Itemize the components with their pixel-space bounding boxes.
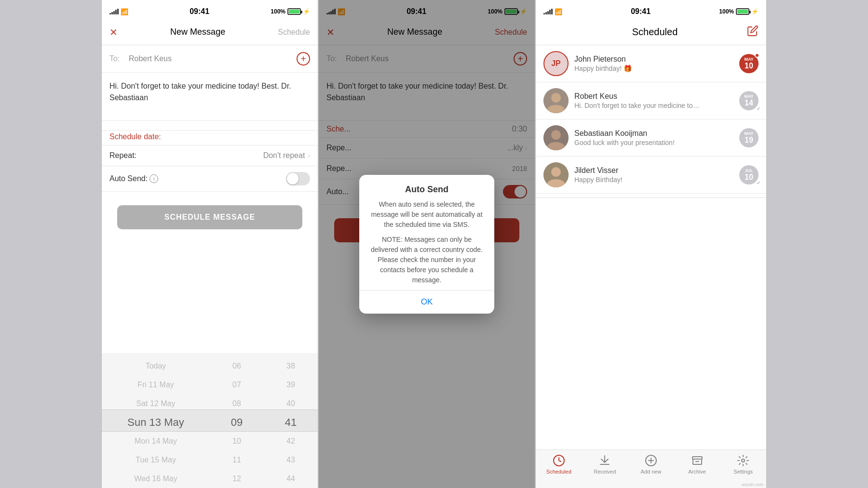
svg-point-5 xyxy=(551,167,561,177)
tab-scheduled[interactable]: Scheduled xyxy=(536,454,582,475)
picker-hour-06[interactable]: 06 xyxy=(210,357,264,376)
phone-2: 📶 09:41 100% ⚡ ✕ New Message Schedule To… xyxy=(318,0,535,488)
picker-dates-col[interactable]: Today Fri 11 May Sat 12 May Sun 13 May M… xyxy=(102,353,210,488)
contact-item-jildert[interactable]: Jildert Visser Happy Birthday! JUL 10 ✓ xyxy=(536,157,766,194)
schedule-date-row-1: Schedule date: xyxy=(102,131,318,145)
tab-received[interactable]: Received xyxy=(582,454,628,475)
repeat-value-area-1[interactable]: Don't repeat › xyxy=(263,151,310,160)
to-field-row-1: To: Robert Keus + xyxy=(102,45,318,73)
contact-msg-john: Happy birthday! 🎁 xyxy=(574,65,700,72)
picker-hour-07[interactable]: 07 xyxy=(210,376,264,395)
picker-date-mon[interactable]: Mon 14 May xyxy=(102,432,210,450)
tab-add-new-icon xyxy=(644,454,658,467)
contact-msg-sebastiaan: Good luck with your presentation! xyxy=(574,139,700,146)
add-contact-button-1[interactable]: + xyxy=(297,52,310,66)
picker-hour-11[interactable]: 11 xyxy=(210,450,264,469)
picker-min-43[interactable]: 43 xyxy=(264,450,318,469)
contact-msg-robert: Hi. Don't forget to take your medicine t… xyxy=(574,102,700,109)
battery-area-1: 100% ⚡ xyxy=(271,8,310,15)
auto-send-row-1: Auto Send: i xyxy=(102,166,318,192)
picker-date-fri[interactable]: Fri 11 May xyxy=(102,376,210,395)
picker-hour-08[interactable]: 08 xyxy=(210,395,264,413)
edit-button[interactable] xyxy=(747,25,759,40)
date-badge-john: MAY 10 xyxy=(739,54,759,73)
contact-item-sebastiaan[interactable]: Sebastiaan Kooijman Good luck with your … xyxy=(536,119,766,157)
tab-add-new-label: Add new xyxy=(641,469,662,475)
avatar-img-robert xyxy=(543,88,569,113)
to-label-1: To: xyxy=(109,54,125,63)
close-button-1[interactable]: ✕ xyxy=(109,26,118,38)
picker-hour-12[interactable]: 12 xyxy=(210,469,264,488)
auto-send-toggle-1[interactable] xyxy=(286,172,310,185)
picker-min-39[interactable]: 39 xyxy=(264,376,318,395)
picker-min-41[interactable]: 41 xyxy=(264,413,318,432)
tab-add-new[interactable]: Add new xyxy=(628,454,674,475)
picker-min-38[interactable]: 38 xyxy=(264,357,318,376)
badge-day-john: 10 xyxy=(745,62,753,70)
status-time-3: 09:41 xyxy=(562,7,719,16)
repeat-row-1: Repeat: Don't repeat › xyxy=(102,145,318,166)
repeat-label-1: Repeat: xyxy=(109,151,136,160)
status-time-1: 09:41 xyxy=(128,7,271,16)
contact-list: JP John Pieterson Happy birthday! 🎁 MAY … xyxy=(536,45,766,198)
avatar-jildert xyxy=(543,162,569,187)
avatar-img-jildert xyxy=(543,162,569,187)
battery-fill-1 xyxy=(289,10,299,13)
tab-received-icon xyxy=(598,454,611,467)
charge-icon-3: ⚡ xyxy=(751,8,759,15)
contact-info-sebastiaan: Sebastiaan Kooijman Good luck with your … xyxy=(574,129,733,146)
signal-icon-3 xyxy=(543,9,553,14)
contact-name-sebastiaan: Sebastiaan Kooijman xyxy=(574,129,733,138)
picker-date-sun[interactable]: Sun 13 May xyxy=(102,413,210,432)
contact-item-john[interactable]: JP John Pieterson Happy birthday! 🎁 MAY … xyxy=(536,45,766,82)
status-bar-3: 📶 09:41 100% ⚡ xyxy=(536,0,766,21)
picker-min-40[interactable]: 40 xyxy=(264,395,318,413)
auto-send-label-1: Auto Send: xyxy=(109,174,148,183)
wifi-icon-3: 📶 xyxy=(555,8,562,15)
picker-hour-10[interactable]: 10 xyxy=(210,432,264,450)
dialog-note: NOTE: Messages can only be delivered wit… xyxy=(369,235,485,285)
avatar-img-sebastiaan xyxy=(543,125,569,150)
tab-scheduled-label: Scheduled xyxy=(546,469,571,475)
badge-month-sebastiaan: MAY xyxy=(744,132,753,136)
signal-area-1: 📶 xyxy=(109,8,128,15)
picker-hour-09[interactable]: 09 xyxy=(210,413,264,432)
info-icon-1[interactable]: i xyxy=(149,174,158,183)
contact-name-john: John Pieterson xyxy=(574,55,733,64)
dialog-overlay: Auto Send When auto send is selected, th… xyxy=(319,0,535,488)
picker-date-wed[interactable]: Wed 16 May xyxy=(102,469,210,488)
message-area-1[interactable]: Hi. Don't forget to take your medicine t… xyxy=(102,73,318,121)
picker-minutes-col[interactable]: 38 39 40 41 42 43 44 xyxy=(264,353,318,488)
dialog-title: Auto Send xyxy=(369,185,485,195)
schedule-button-1[interactable]: Schedule xyxy=(278,28,310,37)
tab-archive[interactable]: Archive xyxy=(674,454,720,475)
badge-day-robert: 14 xyxy=(745,99,753,107)
phone-1: 📶 09:41 100% ⚡ ✕ New Message Schedule To… xyxy=(101,0,318,488)
contact-item-robert[interactable]: Robert Keus Hi. Don't forget to take you… xyxy=(536,82,766,119)
phone-3: 📶 09:41 100% ⚡ Scheduled xyxy=(535,0,767,488)
schedule-message-button-1[interactable]: SCHEDULE MESSAGE xyxy=(117,205,302,229)
date-picker-1[interactable]: Today Fri 11 May Sat 12 May Sun 13 May M… xyxy=(102,353,318,488)
contact-name-jildert: Jildert Visser xyxy=(574,166,733,175)
picker-hours-col[interactable]: 06 07 08 09 10 11 12 xyxy=(210,353,264,488)
to-value-1[interactable]: Robert Keus xyxy=(125,54,297,63)
battery-icon-1 xyxy=(287,8,301,15)
date-badge-sebastiaan: MAY 19 xyxy=(739,128,759,147)
schedule-date-label-1: Schedule date: xyxy=(109,132,161,141)
tab-settings[interactable]: Settings xyxy=(720,454,766,475)
picker-min-44[interactable]: 44 xyxy=(264,469,318,488)
scheduled-title: Scheduled xyxy=(563,26,747,38)
contact-name-robert: Robert Keus xyxy=(574,92,733,101)
status-bar-1: 📶 09:41 100% ⚡ xyxy=(102,0,318,21)
wifi-icon-1: 📶 xyxy=(121,8,128,15)
repeat-value-1: Don't repeat xyxy=(263,151,305,160)
svg-point-1 xyxy=(551,93,561,103)
contact-info-robert: Robert Keus Hi. Don't forget to take you… xyxy=(574,92,733,109)
picker-date-sat[interactable]: Sat 12 May xyxy=(102,395,210,413)
picker-min-42[interactable]: 42 xyxy=(264,432,318,450)
picker-date-tue[interactable]: Tue 15 May xyxy=(102,450,210,469)
svg-point-3 xyxy=(551,130,561,140)
dialog-body-text: When auto send is selected, the message … xyxy=(371,200,482,228)
dialog-ok-button[interactable]: OK xyxy=(359,290,494,314)
picker-date-today[interactable]: Today xyxy=(102,357,210,376)
